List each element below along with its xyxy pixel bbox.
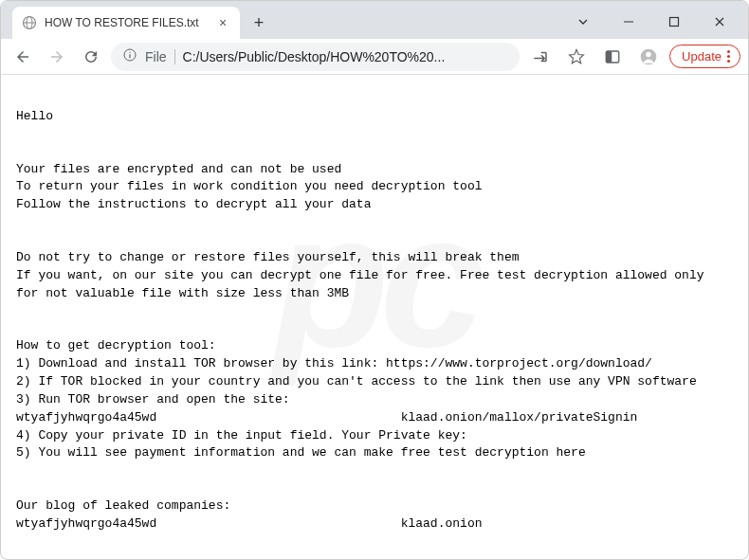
window-controls — [562, 5, 740, 39]
paragraph: Hello — [16, 108, 733, 126]
address-bar[interactable]: File C:/Users/Public/Desktop/HOW%20TO%20… — [111, 43, 520, 71]
share-icon[interactable] — [525, 43, 556, 71]
browser-toolbar: File C:/Users/Public/Desktop/HOW%20TO%20… — [1, 39, 748, 75]
url-scheme-label: File — [145, 49, 167, 64]
info-icon — [122, 47, 137, 65]
browser-tab[interactable]: HOW TO RESTORE FILES.txt × — [12, 7, 240, 39]
close-window-button[interactable] — [699, 8, 740, 36]
update-label: Update — [682, 49, 722, 63]
minimize-button[interactable] — [608, 8, 649, 36]
close-tab-icon[interactable]: × — [215, 15, 230, 30]
paragraph: Our blog of leaked companies: wtyafjyhwq… — [16, 497, 733, 533]
separator — [174, 49, 175, 64]
paragraph: How to get decryption tool: 1) Download … — [16, 337, 733, 462]
update-button[interactable]: Update — [669, 45, 740, 68]
maximize-button[interactable] — [653, 8, 695, 36]
menu-icon — [727, 50, 730, 63]
sidepanel-icon[interactable] — [597, 43, 628, 71]
reload-button[interactable] — [77, 43, 105, 71]
url-text: C:/Users/Public/Desktop/HOW%20TO%20... — [183, 49, 509, 64]
dropdown-icon[interactable] — [562, 8, 604, 36]
document-content: Hello Your files are encrypted and can n… — [1, 75, 748, 560]
back-button[interactable] — [9, 43, 37, 71]
bookmark-icon[interactable] — [561, 43, 592, 71]
globe-icon — [22, 15, 37, 30]
svg-point-7 — [129, 52, 130, 53]
paragraph: Your files are encrypted and can not be … — [16, 161, 733, 215]
svg-point-11 — [646, 51, 650, 56]
tab-title: HOW TO RESTORE FILES.txt — [45, 16, 208, 29]
window-titlebar: HOW TO RESTORE FILES.txt × + — [1, 1, 748, 39]
new-tab-button[interactable]: + — [246, 9, 272, 36]
profile-icon[interactable] — [633, 43, 664, 71]
svg-rect-4 — [670, 18, 679, 27]
paragraph: Do not try to change or restore files yo… — [16, 249, 733, 303]
forward-button[interactable] — [43, 43, 71, 71]
svg-rect-9 — [606, 51, 612, 63]
